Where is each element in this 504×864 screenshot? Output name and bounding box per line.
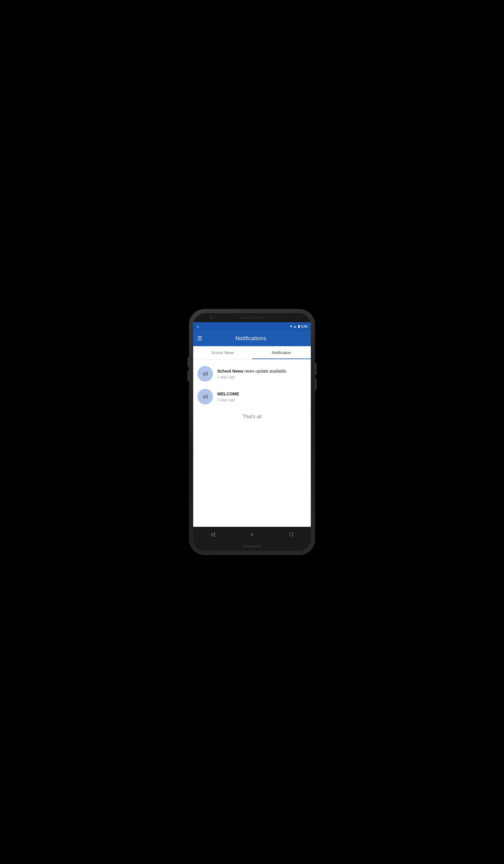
notification-title-2: WELCOME (217, 391, 307, 397)
bottom-speaker (241, 545, 263, 547)
recent-button[interactable]: □ (286, 529, 297, 540)
vol-down-button[interactable] (188, 371, 189, 381)
time-display: 5:01 (301, 325, 308, 328)
thats-all-text: That's all (193, 408, 311, 422)
status-bar: ⚠ ▾ ▲ ▮ 5:01 (193, 322, 311, 331)
phone-frame: ⚠ ▾ ▲ ▮ 5:01 ☰ Notifications School News (189, 309, 315, 555)
tab-notification-label: Notification (272, 350, 291, 355)
phone-top-bar (193, 313, 311, 322)
wifi-icon: ▾ (290, 324, 292, 328)
back-button[interactable]: ◁ (207, 529, 218, 540)
phone-screen: ⚠ ▾ ▲ ▮ 5:01 ☰ Notifications School News (193, 313, 311, 551)
tab-notification[interactable]: Notification (252, 346, 311, 359)
page-title: Notifications (202, 335, 299, 342)
svg-line-1 (203, 397, 204, 399)
app-bar: ☰ Notifications (193, 331, 311, 346)
svg-line-0 (203, 375, 204, 376)
notification-icon-2 (197, 389, 213, 405)
warning-icon: ⚠ (196, 324, 200, 328)
signal-icon: ▲ (293, 324, 297, 328)
earpiece-speaker (240, 316, 264, 319)
notification-time-2: 1 days ago (217, 398, 307, 402)
screen-content: ⚠ ▾ ▲ ▮ 5:01 ☰ Notifications School News (193, 322, 311, 527)
notification-text-1: School News news update available. 1 day… (217, 368, 307, 379)
notification-time-1: 1 days ago (217, 375, 307, 379)
phone-bottom-bar (193, 542, 311, 551)
status-bar-right: ▾ ▲ ▮ 5:01 (290, 324, 308, 328)
tab-school-news-label: School News (211, 350, 234, 355)
tabs-bar: School News Notification (193, 346, 311, 359)
notification-item-1[interactable]: School News news update available. 1 day… (193, 362, 311, 385)
front-camera (210, 316, 213, 319)
notification-item-2[interactable]: WELCOME 1 days ago (193, 385, 311, 408)
vol-up-button[interactable] (188, 357, 189, 368)
tab-school-news[interactable]: School News (193, 346, 252, 359)
home-button[interactable]: ○ (247, 529, 257, 540)
notification-title-1: School News news update available. (217, 368, 307, 374)
notification-list: School News news update available. 1 day… (193, 359, 311, 527)
bottom-nav: ◁ ○ □ (193, 527, 311, 542)
menu-icon[interactable]: ☰ (197, 336, 202, 341)
notification-text-2: WELCOME 1 days ago (217, 391, 307, 402)
status-bar-left: ⚠ (196, 324, 200, 328)
notification-icon-1 (197, 366, 213, 382)
battery-icon: ▮ (298, 324, 300, 328)
